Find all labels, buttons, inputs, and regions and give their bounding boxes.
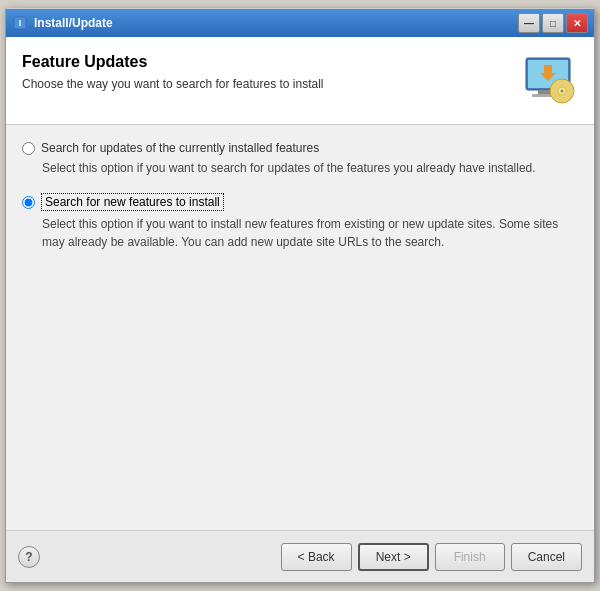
svg-text:I: I: [19, 18, 22, 28]
minimize-button[interactable]: —: [518, 13, 540, 33]
window-controls: — □ ✕: [518, 13, 588, 33]
window-title: Install/Update: [34, 16, 518, 30]
back-button[interactable]: < Back: [281, 543, 352, 571]
option-existing-radio[interactable]: [22, 142, 35, 155]
option-new-group: Search for new features to install Selec…: [22, 193, 578, 251]
cancel-button[interactable]: Cancel: [511, 543, 582, 571]
option-existing-row[interactable]: Search for updates of the currently inst…: [22, 141, 578, 155]
feature-updates-icon: [518, 53, 578, 108]
main-window: I Install/Update — □ ✕ Feature Updates C…: [5, 8, 595, 583]
title-bar: I Install/Update — □ ✕: [6, 9, 594, 37]
footer-bar: ? < Back Next > Finish Cancel: [6, 530, 594, 582]
svg-point-8: [561, 90, 564, 93]
header-section: Feature Updates Choose the way you want …: [6, 37, 594, 125]
footer-buttons: < Back Next > Finish Cancel: [281, 543, 582, 571]
window-content: Feature Updates Choose the way you want …: [6, 37, 594, 582]
finish-button[interactable]: Finish: [435, 543, 505, 571]
option-new-radio[interactable]: [22, 196, 35, 209]
header-text-group: Feature Updates Choose the way you want …: [22, 53, 518, 91]
option-new-row[interactable]: Search for new features to install: [22, 193, 578, 211]
main-options-section: Search for updates of the currently inst…: [6, 125, 594, 530]
option-new-label[interactable]: Search for new features to install: [41, 193, 224, 211]
window-icon: I: [12, 15, 28, 31]
option-new-description: Select this option if you want to instal…: [42, 215, 578, 251]
header-title: Feature Updates: [22, 53, 518, 71]
option-existing-label[interactable]: Search for updates of the currently inst…: [41, 141, 319, 155]
help-button[interactable]: ?: [18, 546, 40, 568]
next-button[interactable]: Next >: [358, 543, 429, 571]
close-button[interactable]: ✕: [566, 13, 588, 33]
header-subtitle: Choose the way you want to search for fe…: [22, 77, 518, 91]
option-existing-group: Search for updates of the currently inst…: [22, 141, 578, 177]
maximize-button[interactable]: □: [542, 13, 564, 33]
option-existing-description: Select this option if you want to search…: [42, 159, 578, 177]
